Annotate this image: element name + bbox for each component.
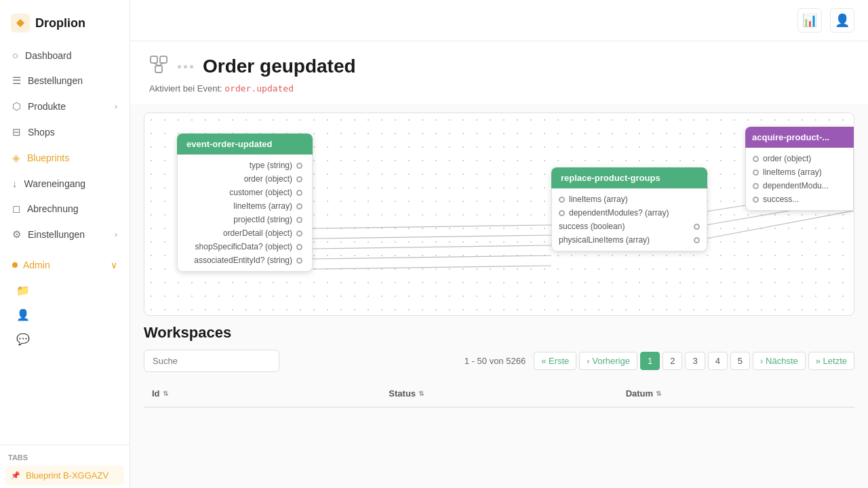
sort-icon: ⇅ bbox=[163, 390, 168, 397]
sidebar-item-wareneingang[interactable]: ↓ Wareneingang bbox=[5, 171, 124, 195]
breadcrumb-dot bbox=[190, 65, 193, 68]
page-4-button[interactable]: 4 bbox=[708, 352, 728, 370]
node-header-replace: replace-product-groups bbox=[551, 167, 707, 188]
top-bar: 📊 👤 bbox=[130, 0, 868, 41]
page-title: Order geupdated bbox=[203, 56, 356, 77]
node-header-event: event-order-updated bbox=[177, 134, 313, 155]
connector-icon bbox=[296, 244, 302, 250]
pagination: 1 - 50 von 5266 « Erste ‹ Vorherige 1 2 … bbox=[465, 352, 854, 370]
sidebar-item-einstellungen[interactable]: ⚙ Einstellungen › bbox=[5, 222, 124, 247]
last-page-button[interactable]: » Letzte bbox=[808, 352, 854, 370]
page-title-row: Order geupdated bbox=[149, 55, 849, 78]
admin-label: Admin bbox=[23, 260, 50, 270]
sidebar-item-bestellungen[interactable]: ☰ Bestellungen bbox=[5, 68, 124, 93]
node-field: success... bbox=[746, 192, 853, 206]
connector-icon bbox=[559, 210, 565, 216]
chevron-down-icon: ∨ bbox=[111, 260, 117, 270]
node-field: lineItems (array) bbox=[178, 199, 312, 213]
node-body-replace: lineItems (array) dependentModules? (arr… bbox=[551, 188, 707, 251]
sidebar-item-label: Shops bbox=[28, 127, 55, 138]
node-field: customer (object) bbox=[178, 186, 312, 199]
next-page-button[interactable]: › Nächste bbox=[753, 352, 806, 370]
admin-sub-item-chat[interactable]: 💬 bbox=[12, 328, 34, 350]
page-1-button[interactable]: 1 bbox=[640, 352, 660, 370]
breadcrumb-dot bbox=[178, 65, 181, 68]
page-header: Order geupdated bbox=[130, 41, 868, 78]
user-icon: 👤 bbox=[835, 13, 850, 28]
node-field: lineItems (array) bbox=[552, 192, 707, 206]
sidebar-item-shops[interactable]: ⊟ Shops bbox=[5, 120, 124, 144]
node-field: shopSpecificData? (object) bbox=[178, 240, 312, 253]
shops-icon: ⊟ bbox=[12, 126, 21, 138]
search-wrapper bbox=[144, 350, 279, 372]
connector-icon bbox=[559, 197, 565, 203]
abrechnung-icon: ◻ bbox=[12, 203, 20, 215]
col-header-datum[interactable]: Datum ⇅ bbox=[618, 386, 854, 401]
tab-blueprint-item[interactable]: 📌 Blueprint B-XGGAZV bbox=[5, 466, 124, 485]
blueprints-icon: ◈ bbox=[12, 152, 20, 164]
admin-header[interactable]: Admin ∨ bbox=[5, 253, 124, 277]
sidebar-tabs: Tabs 📌 Blueprint B-XGGAZV bbox=[0, 445, 130, 488]
sidebar: Droplion ○ Dashboard ☰ Bestellungen ⬡ Pr… bbox=[0, 0, 130, 488]
prev-page-button[interactable]: ‹ Vorherige bbox=[579, 352, 637, 370]
node-field: orderDetail (object) bbox=[178, 226, 312, 240]
page-3-button[interactable]: 3 bbox=[685, 352, 705, 370]
sidebar-item-blueprints[interactable]: ◈ Blueprints bbox=[5, 146, 124, 170]
connector-icon bbox=[296, 190, 302, 196]
connector-icon bbox=[296, 230, 302, 237]
event-label: Aktiviert bei Event: order.updated bbox=[130, 78, 868, 104]
dashboard-icon: ○ bbox=[12, 49, 18, 61]
chart-button[interactable]: 📊 bbox=[797, 8, 822, 33]
user-button[interactable]: 👤 bbox=[830, 8, 854, 33]
workspaces-section: Workspaces 1 - 50 von 5266 « Erste ‹ Vor… bbox=[130, 324, 868, 488]
node-acquire-product[interactable]: acquire-product-... order (object) lineI… bbox=[745, 127, 854, 211]
folder-icon: 📁 bbox=[16, 284, 30, 297]
node-replace-product-groups[interactable]: replace-product-groups lineItems (array)… bbox=[551, 167, 707, 251]
sidebar-item-produkte[interactable]: ⬡ Produkte › bbox=[5, 94, 124, 119]
sort-icon: ⇅ bbox=[418, 390, 424, 397]
col-header-id[interactable]: Id ⇅ bbox=[144, 386, 380, 401]
sidebar-item-label: Dashboard bbox=[25, 50, 72, 61]
col-header-status[interactable]: Status ⇅ bbox=[380, 386, 617, 401]
tabs-section-label: Tabs bbox=[5, 451, 124, 466]
node-body-acquire: order (object) lineItems (array) depende… bbox=[745, 148, 854, 211]
page-2-button[interactable]: 2 bbox=[663, 352, 682, 370]
admin-section: Admin ∨ 📁 👤 💬 bbox=[5, 248, 124, 358]
breadcrumb-dot bbox=[184, 65, 187, 68]
node-field: projectId (string) bbox=[178, 213, 312, 226]
page-5-button[interactable]: 5 bbox=[730, 352, 750, 370]
breadcrumb bbox=[178, 65, 193, 68]
admin-sub-items: 📁 👤 💬 bbox=[5, 277, 124, 352]
table-header: Id ⇅ Status ⇅ Datum ⇅ bbox=[144, 380, 854, 408]
chevron-right-icon: › bbox=[115, 102, 117, 111]
connector-icon bbox=[753, 169, 759, 176]
event-name: order.updated bbox=[224, 83, 294, 94]
admin-sub-item-folder[interactable]: 📁 bbox=[12, 279, 34, 301]
svg-rect-2 bbox=[160, 56, 167, 63]
node-event-order-updated[interactable]: event-order-updated type (string) order … bbox=[177, 134, 313, 272]
connector-icon bbox=[753, 183, 759, 189]
sidebar-item-label: Wareneingang bbox=[24, 178, 86, 189]
logo[interactable]: Droplion bbox=[0, 0, 130, 43]
sidebar-navigation: ○ Dashboard ☰ Bestellungen ⬡ Produkte › … bbox=[0, 43, 130, 445]
sidebar-item-abrechnung[interactable]: ◻ Abrechnung bbox=[5, 197, 124, 221]
workflow-icon bbox=[149, 55, 168, 78]
wareneingang-icon: ↓ bbox=[12, 178, 18, 189]
admin-dot-icon bbox=[12, 262, 18, 268]
pin-icon: 📌 bbox=[11, 471, 20, 480]
node-field: dependentModules? (array) bbox=[552, 206, 707, 220]
sidebar-item-dashboard[interactable]: ○ Dashboard bbox=[5, 43, 124, 67]
sidebar-item-label: Einstellungen bbox=[28, 229, 85, 240]
search-input[interactable] bbox=[144, 350, 279, 372]
node-header-acquire: acquire-product-... bbox=[745, 127, 854, 148]
node-body-event: type (string) order (object) customer (o… bbox=[177, 155, 313, 272]
connector-icon bbox=[296, 163, 302, 169]
first-page-button[interactable]: « Erste bbox=[534, 352, 576, 370]
flow-diagram[interactable]: event-order-updated type (string) order … bbox=[144, 113, 854, 316]
sidebar-item-label: Abrechnung bbox=[27, 203, 79, 214]
connector-icon bbox=[296, 217, 302, 223]
chat-icon: 💬 bbox=[16, 333, 30, 346]
node-field: order (object) bbox=[746, 152, 853, 165]
admin-sub-item-user[interactable]: 👤 bbox=[12, 304, 34, 325]
node-field: physicalLineItems (array) bbox=[552, 233, 707, 247]
